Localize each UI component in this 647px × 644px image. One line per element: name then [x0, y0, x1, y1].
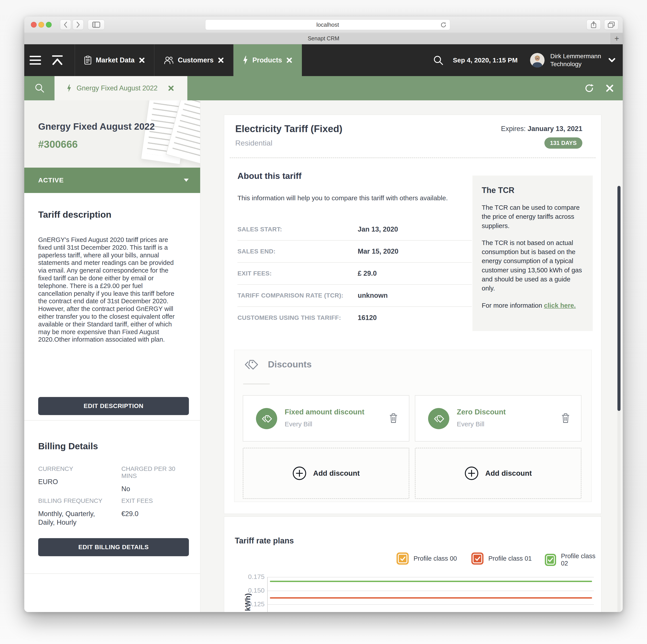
- subnav-tab-product[interactable]: Gnergy Fixed August 2022: [55, 76, 187, 100]
- chart-plot-area: 0.175 0.150 0.125: [267, 577, 594, 612]
- divider: [24, 420, 200, 421]
- tabs-icon: [608, 22, 615, 28]
- billing-field-charged-per-30-mins: CHARGED PER 30 MINS No: [121, 465, 192, 493]
- trash-icon[interactable]: [389, 413, 398, 423]
- share-button[interactable]: [586, 20, 601, 30]
- share-icon: [591, 21, 596, 28]
- billing-field-exit-fees: EXIT FEES €29.0: [121, 497, 194, 518]
- tag-icon: [428, 408, 449, 429]
- scrollbar-track[interactable]: [618, 185, 621, 612]
- browser-window: localhost Senapt CRM + Market Data Custo…: [24, 16, 623, 612]
- sidebar-header: Gnergy Fixed August 2022 #300666: [24, 100, 200, 168]
- bolt-icon: [243, 56, 248, 65]
- new-tab-button[interactable]: +: [610, 33, 623, 44]
- expires-date: January 13, 2021: [528, 125, 582, 133]
- description-heading: Tariff description: [38, 210, 112, 220]
- collapse-all-button[interactable]: [46, 44, 68, 76]
- gridline: [267, 604, 594, 605]
- discount-card-fixed-amount[interactable]: Fixed amount discount Every Bill: [243, 395, 409, 441]
- add-discount-button[interactable]: Add discount: [243, 448, 409, 499]
- discounts-heading: Discounts: [268, 359, 311, 370]
- chevron-down-icon[interactable]: [608, 58, 615, 62]
- table-row: SALES START:Jan 13, 2020: [237, 219, 472, 241]
- refresh-icon[interactable]: [584, 83, 594, 93]
- about-heading: About this tariff: [237, 171, 301, 181]
- menu-button[interactable]: [24, 44, 46, 76]
- avatar[interactable]: [530, 53, 545, 68]
- nav-tab-customers[interactable]: Customers: [154, 44, 233, 76]
- user-label[interactable]: Dirk LemmermannTechnology: [550, 52, 601, 68]
- legend-item-profile-class-01[interactable]: Profile class 01: [471, 553, 532, 565]
- trash-icon[interactable]: [561, 413, 570, 423]
- edit-description-button[interactable]: EDIT DESCRIPTION: [38, 397, 189, 415]
- close-window-button[interactable]: [31, 22, 37, 27]
- close-tab-icon[interactable]: [286, 57, 292, 63]
- divider: [243, 384, 270, 384]
- checkbox-checked-icon[interactable]: [545, 554, 556, 566]
- arrow-up-to-line-icon: [52, 55, 63, 66]
- reload-icon[interactable]: [440, 22, 447, 28]
- edit-billing-button[interactable]: EDIT BILLING DETAILS: [38, 538, 189, 556]
- browser-tab-title[interactable]: Senapt CRM: [308, 35, 339, 42]
- nav-tab-label: Market Data: [96, 56, 135, 64]
- table-row: EXIT FEES:£ 29.0: [237, 263, 472, 285]
- tcr-heading: The TCR: [482, 186, 583, 195]
- legend-item-profile-class-02[interactable]: Profile class 02: [545, 553, 601, 567]
- back-button[interactable]: [60, 20, 71, 30]
- tcr-paragraph: The TCR can be used to compare the price…: [482, 203, 583, 230]
- checkbox-checked-icon[interactable]: [471, 553, 484, 565]
- user-name: Dirk Lemmermann: [550, 53, 601, 60]
- hamburger-icon: [29, 56, 41, 65]
- caret-down-icon: [184, 179, 189, 182]
- series-line-profile-class-01: [270, 597, 592, 598]
- nav-tab-label: Products: [253, 56, 282, 64]
- documents-illustration: [148, 100, 200, 168]
- browser-titlebar: localhost: [24, 16, 623, 33]
- tariff-title: Electricity Tariff (Fixed): [235, 123, 343, 134]
- search-icon[interactable]: [433, 55, 443, 65]
- product-id: #300666: [38, 138, 78, 150]
- tab-overview-button[interactable]: [604, 20, 618, 30]
- gridline: [267, 577, 594, 577]
- product-subnav: Gnergy Fixed August 2022: [24, 76, 623, 100]
- click-here-link[interactable]: click here.: [544, 302, 576, 309]
- billing-heading: Billing Details: [38, 441, 98, 452]
- legend-item-profile-class-00[interactable]: Profile class 00: [397, 553, 457, 565]
- tags-icon: [243, 358, 259, 371]
- subnav-tab-label: Gnergy Fixed August 2022: [77, 84, 157, 92]
- tariff-detail-rows: SALES START:Jan 13, 2020 SALES END:Mar 1…: [237, 219, 472, 329]
- close-tab-icon[interactable]: [139, 57, 145, 63]
- nav-tab-products[interactable]: Products: [233, 44, 302, 76]
- close-icon[interactable]: [605, 84, 614, 92]
- days-badge: 131 DAYS: [545, 137, 582, 149]
- nav-tab-market-data[interactable]: Market Data: [75, 44, 154, 76]
- url-bar[interactable]: localhost: [205, 19, 450, 30]
- tariff-card: Electricity Tariff (Fixed) Residential E…: [224, 115, 601, 514]
- table-row: TARIFF COMPARISON RATE (TCR):unknown: [237, 285, 472, 307]
- discount-title: Zero Discount: [457, 408, 506, 416]
- dashed-divider: [230, 157, 595, 158]
- sidebar-toggle-button[interactable]: [88, 20, 104, 30]
- subnav-actions: [584, 76, 614, 100]
- main-content: Electricity Tariff (Fixed) Residential E…: [200, 100, 623, 612]
- gridline: [267, 591, 594, 591]
- discounts-section: Discounts Fixed amount discount Every Bi…: [234, 350, 592, 502]
- zoom-window-button[interactable]: [46, 22, 52, 27]
- checkbox-checked-icon[interactable]: [397, 553, 409, 565]
- tag-icon: [256, 408, 277, 429]
- forward-button[interactable]: [73, 20, 84, 30]
- close-tab-icon[interactable]: [168, 85, 174, 91]
- nav-tab-label: Customers: [178, 56, 214, 64]
- y-tick-label: 0.125: [238, 600, 265, 608]
- close-tab-icon[interactable]: [218, 57, 224, 63]
- plus-circle-icon: [464, 466, 479, 480]
- expires-label: Expires: January 13, 2021: [501, 125, 582, 133]
- search-icon[interactable]: [35, 83, 44, 93]
- app-navbar: Market Data Customers Products Sep 4, 20…: [24, 44, 623, 76]
- status-dropdown[interactable]: ACTIVE: [24, 168, 200, 193]
- add-discount-button[interactable]: Add discount: [415, 448, 581, 499]
- scrollbar-thumb[interactable]: [618, 186, 621, 411]
- discount-card-zero-discount[interactable]: Zero Discount Every Bill: [415, 395, 581, 441]
- sidebar-icon: [92, 22, 100, 28]
- minimize-window-button[interactable]: [39, 22, 44, 27]
